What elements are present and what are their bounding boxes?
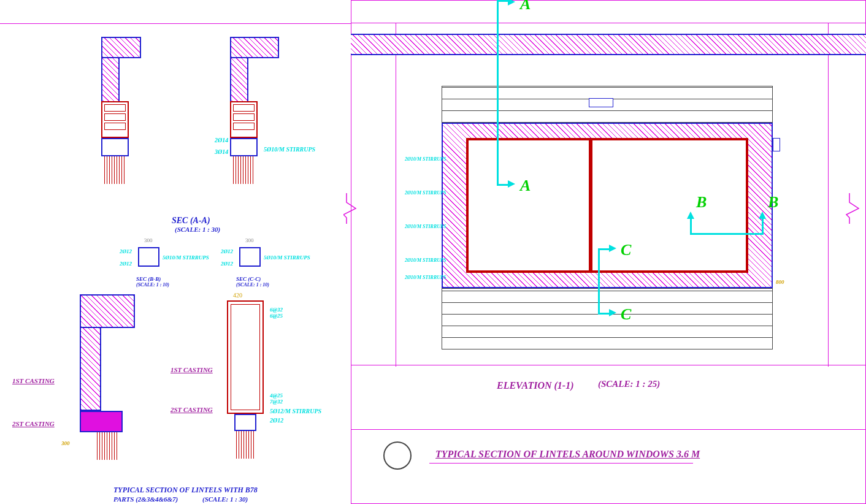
rebar-label: 2Ø12 (221, 261, 233, 267)
sec-aa-right (178, 37, 288, 196)
casting-label: 2ST CASTING (12, 420, 55, 427)
section-label-c: C (621, 305, 631, 324)
stirrup-label: 2Ø10/M STIRRUPS (405, 275, 446, 280)
grid (351, 365, 866, 365)
rebar-label: 2Ø12 (120, 248, 132, 254)
rebar-label: 2Ø14 (215, 137, 228, 143)
top-slab (351, 34, 866, 55)
sec-aa-title: SEC (A-A) (172, 216, 210, 226)
section-line-b (690, 233, 764, 235)
inset-box (589, 98, 613, 107)
section-label-a: A (520, 177, 531, 195)
stirrup-label: 2Ø10/M STIRRUPS (405, 190, 446, 196)
section-line-a (497, 0, 499, 184)
rebar-label: 4@25 (270, 392, 283, 399)
arrow-icon (609, 245, 616, 252)
rebar-label: 6@25 (270, 313, 283, 319)
section-line-a (497, 0, 509, 2)
section-label-c: C (621, 241, 631, 259)
rebar-label: 5Ø12/M STIRRUPS (270, 408, 321, 414)
elevation-title: ELEVATION (1-1) (497, 380, 573, 391)
casting-right: 420 (227, 294, 301, 466)
arrow-icon (508, 0, 515, 6)
dim-label: 300 (61, 440, 70, 446)
rebar-label: 5Ø10/M STIRRUPS (264, 146, 315, 153)
sec-cc-title: SEC (C-C) (236, 276, 261, 282)
break-right-icon (843, 193, 862, 224)
lintels-b78-scale: (SCALE: 1 : 30) (202, 495, 248, 503)
grid (351, 429, 866, 430)
break-left-icon (343, 193, 362, 224)
arrow-icon (508, 180, 515, 188)
rebar-label: 2Ø12 (221, 248, 233, 254)
brick-bottom (442, 288, 773, 349)
casting-label: 1ST CASTING (12, 377, 55, 384)
outer-frame (351, 0, 866, 23)
rebar-label: 2Ø12 (120, 261, 132, 267)
casting-label: 1ST CASTING (171, 366, 213, 373)
lintels-b78-parts: PARTS (2&3&4&6&7) (113, 495, 178, 503)
stirrup-label: 2Ø10/M STIRRUPS (405, 224, 446, 229)
arrow-icon (759, 212, 766, 219)
rebar-label: 7@32 (270, 399, 283, 405)
arrow-icon (609, 309, 616, 316)
main-title: TYPICAL SECTION OF LINTELS AROUND WINDOW… (435, 449, 700, 460)
section-line-c (598, 248, 610, 250)
rebar-label: 2Ø12 (270, 417, 283, 424)
title-bullet-icon (383, 441, 412, 470)
lintels-b78-title: TYPICAL SECTION OF LINTELS WITH B78 (113, 486, 258, 495)
sec-bb-title: SEC (B-B) (136, 276, 161, 282)
grid (396, 23, 396, 367)
title-underline (429, 463, 693, 464)
rebar-label: 6@32 (270, 307, 283, 313)
rebar-label: 5Ø10/M STIRRUPS (264, 254, 310, 261)
sec-aa-scale: (SCALE: 1 : 30) (175, 226, 220, 233)
sec-aa-left (80, 37, 141, 196)
section-label-b: B (696, 193, 707, 212)
section-label-a: A (520, 0, 531, 13)
section-line-c (598, 313, 610, 315)
casting-label: 2ST CASTING (171, 406, 213, 413)
section-line-a (497, 184, 509, 186)
section-line-c (598, 248, 600, 315)
grid (828, 23, 829, 367)
stirrup-label: 2Ø10/M STIRRUPS (405, 156, 446, 162)
section-line-b (690, 218, 692, 235)
window-mullion (589, 138, 592, 273)
section-label-b: B (768, 193, 778, 212)
crop-line-left (0, 23, 351, 24)
sec-bb-scale: (SCALE: 1 : 10) (136, 282, 169, 288)
dim-label: 800 (776, 279, 784, 285)
arrow-icon (687, 212, 694, 219)
elevation-scale: (SCALE: 1 : 25) (598, 379, 660, 389)
casting-left (61, 294, 135, 466)
stirrup-label: 2Ø10/M STIRRUPS (405, 258, 446, 263)
section-line-b (762, 218, 764, 235)
rebar-label: 3Ø14 (215, 148, 228, 155)
rebar-label: 5Ø10/M STIRRUPS (163, 254, 209, 261)
sec-cc-scale: (SCALE: 1 : 10) (236, 282, 269, 288)
side-box (773, 138, 780, 151)
